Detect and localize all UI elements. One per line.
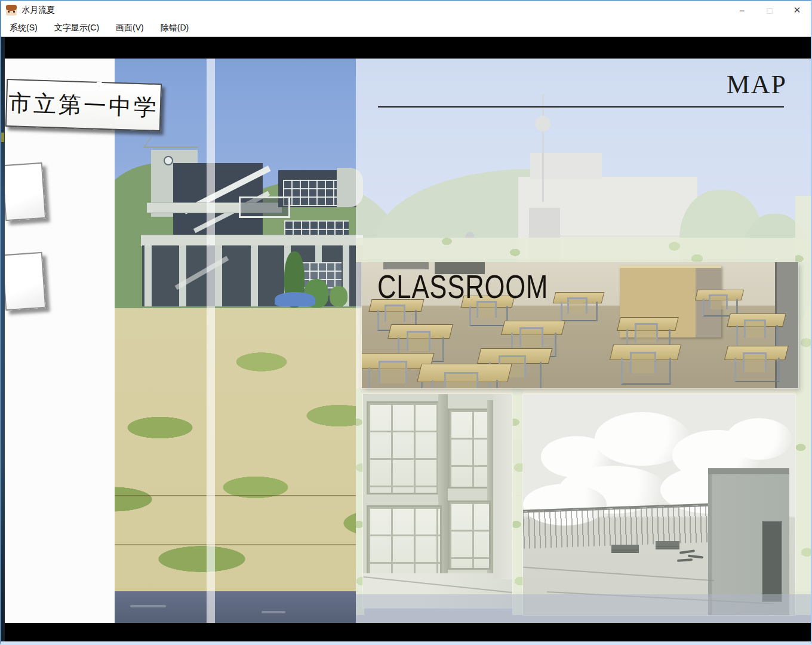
location-panel-schoolyard[interactable]: [523, 394, 795, 615]
classroom-label: CLASSROOM: [377, 267, 548, 306]
menu-text-display[interactable]: 文字显示(C): [46, 19, 107, 36]
yard-bench: [611, 545, 639, 553]
classroom-chair: [444, 372, 478, 388]
scene-path-scuff: [262, 611, 285, 613]
cloud: [726, 418, 792, 460]
app-logo-icon: [6, 5, 17, 16]
classroom-chair: [743, 352, 767, 372]
app-logo-eyes: [8, 11, 15, 13]
building-pillar: [251, 245, 258, 306]
minimize-button[interactable]: −: [728, 1, 756, 19]
menu-bar: 系统(S) 文字显示(C) 画面(V) 除错(D): [1, 19, 811, 37]
scene-blue-tarp: [275, 292, 315, 306]
building-balcony: [239, 196, 290, 218]
classroom-chair: [567, 297, 587, 314]
classroom-chair: [385, 305, 405, 322]
hallway-window: [367, 505, 442, 582]
yard-bench: [656, 541, 679, 549]
scene-path-scuff: [130, 605, 166, 607]
map-heading-rule: [378, 106, 784, 108]
hallway-window: [367, 401, 442, 494]
map-heading: MAP: [691, 69, 787, 100]
classroom-chair: [519, 327, 543, 347]
maximize-button[interactable]: □: [756, 1, 783, 19]
school-name-banner: 市立第一中学: [5, 79, 162, 131]
app-window: 水月流夏 − □ ✕ 系统(S) 文字显示(C) 画面(V) 除错(D): [0, 0, 812, 645]
building-pillar: [215, 245, 222, 306]
title-bar: 水月流夏 − □ ✕: [1, 1, 811, 19]
building-pillar: [179, 245, 186, 306]
yard-fence: [523, 503, 721, 548]
classroom-chair: [379, 361, 407, 383]
washed-foliage-strip: [512, 388, 523, 615]
hallway-far-wall: [493, 394, 512, 579]
close-button[interactable]: ✕: [783, 1, 811, 19]
app-logo-hair: [6, 5, 17, 11]
location-panel-hallway[interactable]: [363, 394, 512, 608]
building-pillar: [144, 245, 152, 306]
building-windows: [283, 180, 338, 206]
building-slab: [141, 235, 363, 247]
classroom-chair: [635, 323, 658, 342]
hallway-window: [448, 500, 491, 570]
vertical-white-strip: [207, 59, 215, 623]
menu-system[interactable]: 系统(S): [1, 19, 46, 36]
frame-artifact: [1, 133, 4, 142]
location-button-blank-2[interactable]: [5, 252, 46, 311]
school-name: 市立第一中学: [8, 88, 159, 123]
washed-path-band: [356, 594, 811, 623]
scene-school-building: [136, 145, 363, 309]
window-title: 水月流夏: [21, 5, 55, 16]
game-viewport: MAP 市立第一中学 CLASSROOM: [1, 37, 811, 643]
classroom-chair: [709, 294, 728, 309]
hallway-window: [448, 408, 491, 489]
map-screen: MAP 市立第一中学 CLASSROOM: [5, 59, 811, 623]
washed-foliage-strip: [795, 196, 811, 615]
banner-notch: [96, 82, 102, 87]
left-white-column: [5, 59, 115, 623]
location-panel-classroom[interactable]: CLASSROOM: [362, 262, 798, 388]
scene-bush: [330, 286, 347, 306]
yard-building-door: [762, 521, 782, 602]
location-button-blank-1[interactable]: [5, 162, 46, 222]
building-clock: [164, 156, 173, 165]
menu-debug[interactable]: 除错(D): [152, 19, 197, 36]
classroom-chair: [744, 320, 766, 338]
menu-screen[interactable]: 画面(V): [107, 19, 152, 36]
window-controls: − □ ✕: [728, 1, 811, 19]
washed-foliage-band: [356, 238, 811, 262]
classroom-chair: [630, 352, 656, 373]
classroom-chair: [407, 331, 431, 351]
building-roof-rail: [143, 137, 205, 148]
